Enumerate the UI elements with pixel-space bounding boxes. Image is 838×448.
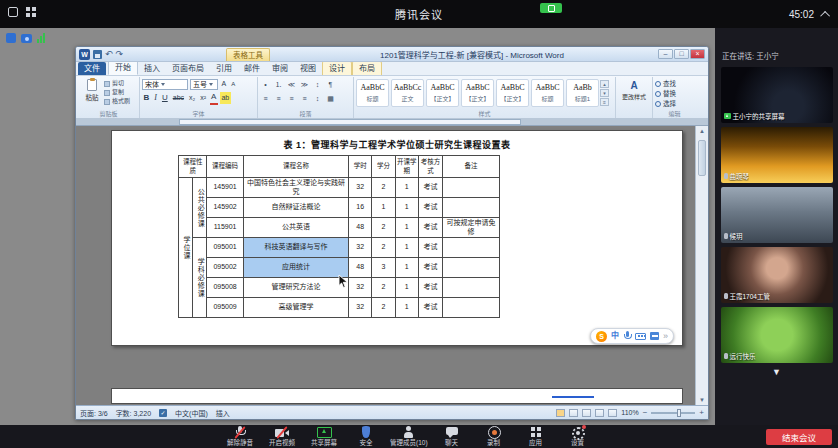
course-note-cell[interactable]: 可按规定申请免修 bbox=[443, 218, 500, 238]
course-note-cell[interactable] bbox=[443, 258, 500, 278]
spell-check-icon[interactable]: ✓ bbox=[159, 409, 167, 417]
superscript-button[interactable]: x² bbox=[199, 92, 208, 104]
chevron-up-icon[interactable] bbox=[820, 10, 830, 20]
redo-icon[interactable]: ↷ bbox=[116, 50, 124, 59]
clipboard-item-复制[interactable]: 复制 bbox=[104, 88, 130, 97]
style-chip-4[interactable]: AaBbC【正文】 bbox=[496, 79, 529, 107]
course-exam-cell[interactable]: 考试 bbox=[418, 298, 442, 318]
paragraph-button[interactable]: ⒈ bbox=[273, 79, 284, 90]
zoom-level[interactable]: 110% bbox=[621, 409, 638, 416]
course-exam-cell[interactable]: 考试 bbox=[418, 278, 442, 298]
scroll-more-arrow[interactable]: ▼ bbox=[715, 367, 838, 377]
tab-文件[interactable]: 文件 bbox=[78, 62, 106, 75]
paragraph-button[interactable]: ≫ bbox=[299, 79, 310, 90]
minimize-button[interactable]: ‒ bbox=[658, 49, 673, 59]
course-name-cell[interactable]: 自然辩证法概论 bbox=[243, 198, 348, 218]
clipboard-item-剪切[interactable]: 剪切 bbox=[104, 79, 130, 88]
course-credits-cell[interactable]: 2 bbox=[372, 278, 395, 298]
control-button-录制[interactable]: 录制 bbox=[476, 426, 512, 447]
italic-button[interactable]: I bbox=[153, 92, 159, 104]
course-note-cell[interactable] bbox=[443, 298, 500, 318]
style-chip-3[interactable]: AaBbC【正文】 bbox=[461, 79, 494, 107]
grow-font-button[interactable]: A bbox=[220, 78, 228, 90]
font-color-button[interactable]: A bbox=[210, 91, 218, 105]
course-name-cell[interactable]: 公共英语 bbox=[243, 218, 348, 238]
expand-icon[interactable]: » bbox=[663, 330, 668, 342]
scroll-up-arrow[interactable]: ▲ bbox=[696, 126, 708, 136]
tab-设计[interactable]: 设计 bbox=[322, 61, 352, 75]
paragraph-button[interactable]: ↕ bbox=[312, 79, 323, 90]
highlight-button[interactable]: ab bbox=[220, 92, 231, 104]
control-button-共享屏幕[interactable]: 共享屏幕 bbox=[306, 426, 342, 447]
course-exam-cell[interactable]: 考试 bbox=[418, 218, 442, 238]
course-term-cell[interactable]: 1 bbox=[395, 198, 418, 218]
zoom-slider-thumb[interactable] bbox=[677, 409, 681, 417]
subscript-button[interactable]: x₂ bbox=[188, 92, 197, 104]
course-term-cell[interactable]: 1 bbox=[395, 238, 418, 258]
participant-tile[interactable]: 候玥 bbox=[721, 187, 833, 243]
bold-button[interactable]: B bbox=[142, 92, 151, 104]
document-page[interactable]: 表 1：管理科学与工程学术学位硕士研究生课程设置表 课程性质课程编码课程名称学时… bbox=[111, 130, 683, 346]
course-exam-cell[interactable]: 考试 bbox=[418, 178, 442, 198]
status-language[interactable]: 中文(中国) bbox=[175, 408, 208, 418]
underline-button[interactable]: U bbox=[160, 92, 169, 104]
course-hours-cell[interactable]: 48 bbox=[349, 258, 372, 278]
word-title-bar[interactable]: W ↶ ↷ 表格工具 1201管理科学与工程-新 [兼容模式] - Micros… bbox=[76, 47, 708, 62]
course-credits-cell[interactable]: 3 bbox=[372, 258, 395, 278]
view-outline-button[interactable] bbox=[595, 409, 604, 417]
style-gallery-scroll[interactable]: ▴▾≡ bbox=[599, 77, 609, 110]
course-credits-cell[interactable]: 1 bbox=[372, 198, 395, 218]
style-chip-1[interactable]: AaBbCc正文 bbox=[391, 79, 424, 107]
save-icon[interactable] bbox=[93, 50, 102, 59]
style-chip-0[interactable]: AaBbC标题 bbox=[356, 79, 389, 107]
zoom-in-button[interactable]: + bbox=[699, 409, 704, 417]
soft-keyboard-icon[interactable] bbox=[635, 333, 646, 340]
strikethrough-button[interactable]: abc bbox=[171, 92, 185, 104]
word-logo-icon[interactable]: W bbox=[79, 49, 90, 60]
paragraph-button[interactable]: ▦ bbox=[325, 93, 336, 104]
course-credits-cell[interactable]: 2 bbox=[372, 218, 395, 238]
participant-tile[interactable]: 王小宁的共享屏幕 bbox=[721, 67, 833, 123]
course-term-cell[interactable]: 1 bbox=[395, 178, 418, 198]
voice-input-icon[interactable] bbox=[623, 331, 631, 342]
course-code-cell[interactable]: 095008 bbox=[207, 278, 243, 298]
status-insert-mode[interactable]: 插入 bbox=[216, 408, 230, 418]
course-exam-cell[interactable]: 考试 bbox=[418, 238, 442, 258]
course-term-cell[interactable]: 1 bbox=[395, 278, 418, 298]
tab-引用[interactable]: 引用 bbox=[210, 62, 238, 75]
status-page[interactable]: 页面: 3/6 bbox=[80, 408, 108, 418]
view-draft-button[interactable] bbox=[608, 409, 617, 417]
tab-插入[interactable]: 插入 bbox=[138, 62, 166, 75]
course-hours-cell[interactable]: 16 bbox=[349, 198, 372, 218]
paragraph-button[interactable]: ≡ bbox=[299, 93, 310, 104]
tab-审阅[interactable]: 审阅 bbox=[266, 62, 294, 75]
course-exam-cell[interactable]: 考试 bbox=[418, 258, 442, 278]
course-hours-cell[interactable]: 32 bbox=[349, 298, 372, 318]
style-chip-6[interactable]: AaBb标题1 bbox=[566, 79, 599, 107]
tab-布局[interactable]: 布局 bbox=[352, 61, 382, 75]
control-button-管理成员(10)[interactable]: 管理成员(10) bbox=[390, 426, 428, 447]
view-fullscreen-button[interactable] bbox=[569, 409, 578, 417]
course-hours-cell[interactable]: 32 bbox=[349, 278, 372, 298]
editing-item-选择[interactable]: 选择 bbox=[655, 99, 694, 109]
course-table[interactable]: 课程性质课程编码课程名称学时学分开课学期考核方式备注学位课公共必修课145901… bbox=[178, 155, 500, 318]
camera-icon[interactable] bbox=[21, 34, 32, 43]
course-name-cell[interactable]: 管理研究方法论 bbox=[243, 278, 348, 298]
course-hours-cell[interactable]: 32 bbox=[349, 178, 372, 198]
paragraph-button[interactable]: ≪ bbox=[286, 79, 297, 90]
course-name-cell[interactable]: 中国特色社会主义理论与实践研究 bbox=[243, 178, 348, 198]
course-credits-cell[interactable]: 2 bbox=[372, 238, 395, 258]
course-note-cell[interactable] bbox=[443, 278, 500, 298]
scrollbar-thumb[interactable] bbox=[698, 140, 706, 176]
sogou-logo-icon[interactable]: S bbox=[596, 331, 607, 342]
zoom-out-button[interactable]: − bbox=[643, 409, 648, 417]
course-code-cell[interactable]: 145902 bbox=[207, 198, 243, 218]
undo-icon[interactable]: ↶ bbox=[105, 50, 113, 59]
editing-item-替换[interactable]: 替换 bbox=[655, 89, 694, 99]
view-print-layout-button[interactable] bbox=[556, 409, 565, 417]
scroll-down-arrow[interactable]: ▼ bbox=[696, 395, 708, 405]
font-size-select[interactable]: 五号 bbox=[190, 79, 218, 90]
course-code-cell[interactable]: 145901 bbox=[207, 178, 243, 198]
paste-button[interactable]: 粘贴 bbox=[80, 77, 104, 102]
zoom-slider[interactable] bbox=[651, 412, 695, 414]
